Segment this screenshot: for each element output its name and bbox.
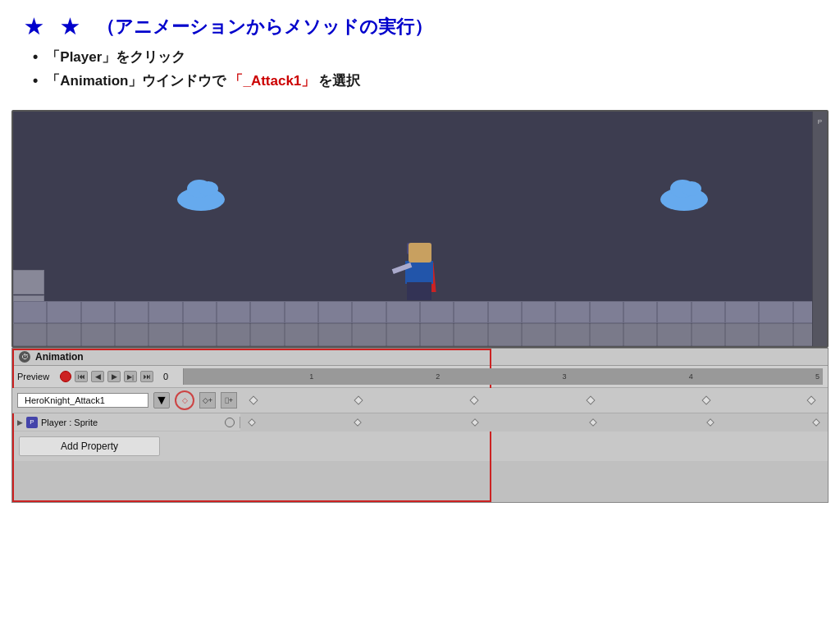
bullet-text-2-after: を選択 — [318, 71, 360, 90]
platform-tile — [13, 301, 47, 323]
keyframe-3 — [586, 395, 595, 404]
ruler-mark-2: 2 — [436, 372, 440, 381]
prop-keyframe-4 — [706, 418, 714, 427]
ruler-mark-1: 1 — [309, 372, 313, 381]
timeline-ruler: 1 2 3 4 5 — [183, 368, 823, 385]
expand-icon[interactable]: ▶ — [17, 418, 23, 427]
ground-tile — [555, 323, 589, 346]
ground-tile — [522, 323, 555, 346]
keyframe-1 — [354, 395, 363, 404]
ruler-mark-3: 3 — [563, 372, 567, 381]
ruler-mark-4: 4 — [689, 372, 693, 381]
skip-fwd-button[interactable]: ⏭ — [140, 371, 153, 382]
empty-rows — [12, 461, 828, 502]
ground-tile — [623, 323, 657, 346]
header-area: ★ ★ （アニメーションからメソッドの実行） 「Player」をクリック 「An… — [0, 0, 840, 103]
ground-tile — [692, 323, 725, 346]
prop-keyframe-3 — [589, 418, 597, 427]
prop-keyframe-2 — [471, 418, 479, 427]
step-fwd-button[interactable]: ▶| — [124, 371, 137, 382]
char-legs — [407, 282, 431, 300]
sprite-icon: P — [26, 417, 38, 428]
ground-tile — [488, 323, 522, 346]
platform-tile — [318, 301, 352, 323]
add-property-row: Add Property — [12, 431, 828, 461]
preview-row: Preview ⏮ ◀ ▶ ▶| ⏭ 0 1 2 3 4 5 — [12, 366, 828, 388]
prop-keyframe-1 — [354, 418, 362, 427]
platform-tile — [590, 301, 623, 323]
platform-tile — [623, 301, 657, 323]
animation-title: Animation — [35, 351, 84, 363]
animation-clock-icon: ⏱ — [19, 351, 30, 363]
bullet-text-2-highlight: 「_Attack1」 — [229, 71, 315, 90]
platform-tile — [250, 301, 284, 323]
game-viewport: P — [11, 110, 829, 348]
platform-tile — [420, 301, 454, 323]
animation-panel: ⏱ Animation Preview ⏮ ◀ ▶ ▶| ⏭ 0 1 2 3 4… — [11, 348, 829, 503]
keyframe-5 — [806, 395, 815, 404]
cloud-right — [660, 188, 708, 211]
platform-tile — [183, 301, 217, 323]
platform-tile — [725, 301, 759, 323]
diamond-icon: ◇ — [182, 396, 188, 404]
platform-tile — [285, 301, 318, 323]
prop-keyframe-5 — [812, 418, 820, 427]
property-label: Player : Sprite — [41, 418, 98, 427]
title-text: ★ （アニメーションからメソッドの実行） — [61, 16, 432, 37]
ruler-marks: 1 2 3 4 5 — [187, 372, 819, 381]
ground-tile — [725, 323, 759, 346]
platform-tile — [148, 301, 182, 323]
preview-label: Preview — [17, 372, 57, 381]
keyframe-0 — [249, 395, 258, 404]
platform-tile — [81, 301, 115, 323]
bullet-text-1: 「Player」をクリック — [46, 48, 185, 66]
platform-tile — [386, 301, 420, 323]
clip-row: HeroKnight_Attack1 ▼ ◇ ◇+ ⌷+ — [12, 388, 828, 413]
bullet-item-1: 「Player」をクリック — [33, 48, 815, 66]
prop-keyframe-0 — [248, 418, 256, 427]
star-icon: ★ — [25, 16, 61, 37]
timecode-display: 0 — [163, 372, 180, 381]
record-button[interactable] — [60, 371, 71, 382]
platform-tile — [352, 301, 386, 323]
clip-dropdown-button[interactable]: ▼ — [153, 392, 170, 409]
platform-tile — [217, 301, 250, 323]
platform-tile — [555, 301, 589, 323]
keyframe-2 — [470, 395, 479, 404]
player-character — [399, 243, 441, 302]
platform-tile — [522, 301, 555, 323]
clip-frame-button[interactable]: ⌷+ — [221, 392, 237, 409]
platform-tile — [454, 301, 487, 323]
animation-header-bar: ⏱ Animation — [12, 349, 828, 366]
cloud-left — [177, 188, 225, 211]
bullet-list: 「Player」をクリック 「Animation」ウインドウで 「_Attack… — [25, 48, 815, 90]
step-back-button[interactable]: ◀ — [91, 371, 104, 382]
clip-name-display: HeroKnight_Attack1 — [17, 393, 148, 408]
property-row: ▶ P Player : Sprite — [12, 413, 828, 431]
wall-block-1 — [13, 270, 44, 294]
platform-top — [13, 301, 827, 323]
platform-tile — [115, 301, 148, 323]
ground-tile — [759, 323, 792, 346]
ground-tile — [657, 323, 691, 346]
ground-tile — [420, 323, 454, 346]
ground-tile — [217, 323, 250, 346]
platform-tile — [692, 301, 725, 323]
panel-hint-r: P — [818, 118, 822, 126]
ground-tile — [47, 323, 80, 346]
play-button[interactable]: ▶ — [107, 371, 121, 382]
property-keys-area — [240, 413, 828, 431]
ground-tile — [318, 323, 352, 346]
ground-tile — [352, 323, 386, 346]
clip-add-key-button[interactable]: ◇+ — [199, 392, 216, 409]
char-head — [409, 243, 431, 262]
clip-circle-button[interactable]: ◇ — [175, 390, 194, 410]
bullet-item-2: 「Animation」ウインドウで 「_Attack1」 を選択 — [33, 71, 815, 90]
page-title: ★ ★ （アニメーションからメソッドの実行） — [25, 15, 815, 39]
ground-tiles — [13, 323, 827, 346]
ground-tile — [590, 323, 623, 346]
add-property-button[interactable]: Add Property — [19, 436, 160, 456]
ground-tile — [250, 323, 284, 346]
skip-back-button[interactable]: ⏮ — [75, 371, 88, 382]
property-key-button[interactable] — [225, 418, 235, 427]
